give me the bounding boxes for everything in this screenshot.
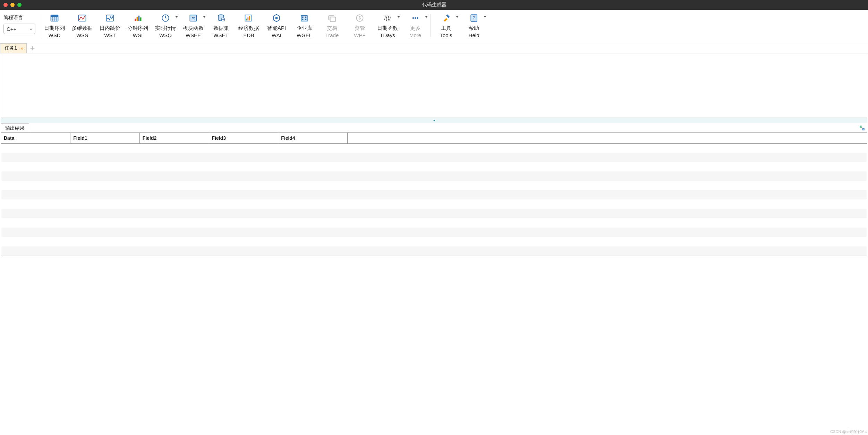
chevron-down-icon bbox=[203, 16, 206, 18]
svg-text:f(t): f(t) bbox=[384, 15, 391, 21]
toolbar-label-2: WPF bbox=[354, 32, 365, 38]
toolbar-wsi-button[interactable]: 分钟序列WSI bbox=[124, 11, 152, 40]
table-row bbox=[1, 143, 867, 153]
svg-rect-23 bbox=[248, 17, 249, 20]
toolbar-label-1: 分钟序列 bbox=[127, 25, 148, 32]
window-controls bbox=[3, 3, 22, 7]
toolbar-label-1: 智能API bbox=[267, 25, 286, 32]
toolbar-label-1: 工具 bbox=[441, 25, 451, 32]
maximize-window-button[interactable] bbox=[17, 3, 22, 7]
svg-rect-31 bbox=[305, 19, 307, 20]
svg-rect-11 bbox=[140, 17, 142, 21]
chevron-down-icon: ⌄ bbox=[29, 27, 32, 31]
edb-icon bbox=[244, 12, 254, 24]
svg-text:$: $ bbox=[359, 16, 361, 20]
chevron-down-icon bbox=[175, 16, 178, 18]
close-icon[interactable]: × bbox=[20, 46, 24, 51]
svg-rect-30 bbox=[302, 19, 304, 20]
wpf-icon: $ bbox=[355, 12, 365, 24]
toolbar-label-1: 帮助 bbox=[469, 25, 479, 32]
minimize-window-button[interactable] bbox=[10, 3, 15, 7]
toolbar-label-1: 日内跳价 bbox=[100, 25, 120, 32]
watermark: CSDN @呆萌的代Ma bbox=[830, 429, 867, 434]
add-tab-button[interactable]: + bbox=[30, 43, 35, 53]
window-title: 代码生成器 bbox=[22, 2, 847, 8]
translate-icon[interactable]: 文a bbox=[858, 124, 866, 132]
tools-icon bbox=[441, 12, 451, 24]
toolbar-wst-button[interactable]: 日内跳价WST bbox=[96, 11, 124, 40]
toolbar-wss-button[interactable]: 多维数据WSS bbox=[68, 11, 96, 40]
toolbar-label-1: 交易 bbox=[327, 25, 337, 32]
toolbar-label-1: 日期序列 bbox=[44, 25, 65, 32]
close-window-button[interactable] bbox=[3, 3, 8, 7]
column-header-spacer bbox=[347, 133, 867, 143]
wai-icon bbox=[272, 12, 281, 24]
toolbar-label-2: TDays bbox=[380, 32, 395, 38]
table-row bbox=[1, 162, 867, 171]
language-dropdown[interactable]: C++ ⌄ bbox=[3, 24, 35, 34]
toolbar-wsee-button[interactable]: fx板块函数WSEE bbox=[179, 11, 207, 40]
svg-text:文: 文 bbox=[860, 126, 862, 128]
chevron-down-icon bbox=[425, 16, 428, 18]
language-label: 编程语言 bbox=[3, 15, 35, 21]
wsd-icon bbox=[50, 12, 59, 24]
toolbar-label-1: 更多 bbox=[410, 25, 420, 32]
task-tab[interactable]: 任务1× bbox=[0, 43, 27, 53]
toolbar-label-1: 多维数据 bbox=[72, 25, 93, 32]
chevron-down-icon: ▾ bbox=[433, 119, 435, 122]
toolbar-label-2: WST bbox=[104, 32, 116, 38]
column-header[interactable]: Field3 bbox=[209, 133, 278, 143]
toolbar-wpf-button: $资管WPF bbox=[346, 11, 374, 40]
wgel-icon bbox=[299, 12, 309, 24]
column-header[interactable]: Field4 bbox=[278, 133, 348, 143]
toolbar-tools-button[interactable]: 工具Tools bbox=[432, 11, 460, 40]
toolbar-label-1: 板块函数 bbox=[183, 25, 204, 32]
chevron-down-icon bbox=[397, 16, 400, 18]
svg-rect-8 bbox=[135, 19, 136, 21]
toolbar-label-1: 企业库 bbox=[297, 25, 312, 32]
toolbar-tdays-button[interactable]: f(t)日期函数TDays bbox=[374, 11, 401, 40]
code-editor[interactable] bbox=[1, 54, 867, 118]
toolbar-wset-button[interactable]: 数据集WSET bbox=[207, 11, 235, 40]
toolbar-wgel-button[interactable]: 企业库WGEL bbox=[290, 11, 318, 40]
column-header[interactable]: Data bbox=[1, 133, 70, 143]
toolbar: 编程语言 C++ ⌄ 日期序列WSD多维数据WSS日内跳价WST分钟序列WSI实… bbox=[0, 10, 868, 43]
toolbar-label-2: WSET bbox=[213, 32, 228, 38]
toolbar-label-1: 资管 bbox=[355, 25, 365, 32]
toolbar-label-2: More bbox=[409, 32, 421, 38]
toolbar-label-2: WSI bbox=[133, 32, 143, 38]
wset-icon bbox=[216, 12, 226, 24]
output-tab-label: 输出结果 bbox=[5, 125, 25, 131]
svg-text:?: ? bbox=[473, 15, 475, 20]
toolbar-label-2: Help bbox=[469, 32, 479, 38]
chevron-down-icon bbox=[484, 16, 486, 18]
table-row bbox=[1, 228, 867, 237]
output-tab[interactable]: 输出结果 bbox=[1, 123, 29, 133]
toolbar-divider bbox=[39, 14, 39, 39]
toolbar-wai-button[interactable]: 智能APIWAI bbox=[263, 11, 290, 40]
table-row bbox=[1, 246, 867, 256]
column-header[interactable]: Field2 bbox=[139, 133, 209, 143]
collapse-handle[interactable]: ▾ bbox=[1, 118, 867, 123]
toolbar-help-button[interactable]: ?帮助Help bbox=[460, 11, 488, 40]
column-header[interactable]: Field1 bbox=[70, 133, 140, 143]
output-table: DataField1Field2Field3Field4 bbox=[1, 133, 867, 256]
trade-icon bbox=[327, 12, 337, 24]
table-row bbox=[1, 237, 867, 246]
svg-text:fx: fx bbox=[192, 16, 195, 20]
toolbar-label-2: EDB bbox=[244, 32, 254, 38]
toolbar-label-2: WSQ bbox=[159, 32, 172, 38]
svg-rect-28 bbox=[302, 17, 304, 18]
tdays-icon: f(t) bbox=[383, 12, 392, 24]
toolbar-label-1: 实时行情 bbox=[155, 25, 176, 32]
toolbar-wsq-button[interactable]: 实时行情WSQ bbox=[152, 11, 179, 40]
table-row bbox=[1, 190, 867, 199]
table-row bbox=[1, 199, 867, 209]
chevron-down-icon bbox=[456, 16, 459, 18]
svg-rect-1 bbox=[51, 15, 58, 17]
titlebar: 代码生成器 bbox=[0, 0, 868, 10]
toolbar-wsd-button[interactable]: 日期序列WSD bbox=[41, 11, 68, 40]
toolbar-edb-button[interactable]: 经济数据EDB bbox=[235, 11, 263, 40]
svg-point-38 bbox=[415, 17, 416, 19]
svg-point-26 bbox=[275, 17, 278, 19]
